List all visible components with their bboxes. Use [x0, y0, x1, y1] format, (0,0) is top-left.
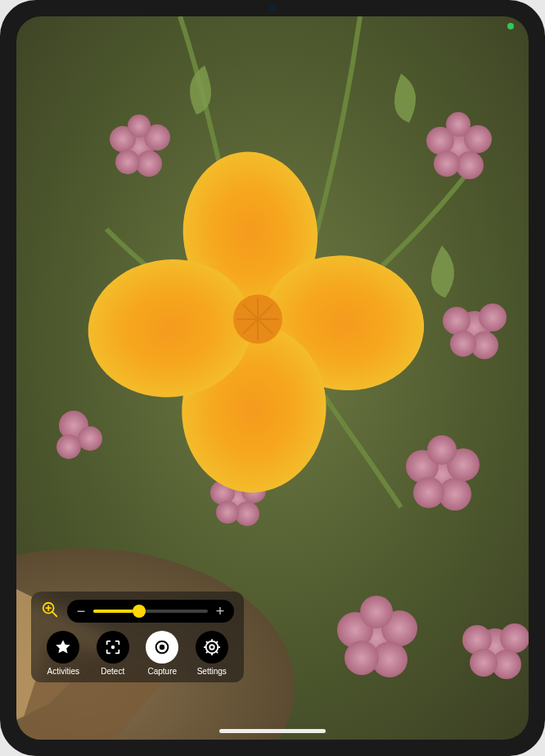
svg-point-61: [111, 646, 115, 649]
svg-point-6: [115, 150, 140, 174]
screen: − + Activities: [16, 16, 529, 740]
svg-point-63: [160, 645, 164, 650]
svg-point-15: [479, 304, 507, 331]
home-indicator[interactable]: [219, 729, 326, 733]
svg-point-40: [216, 501, 239, 524]
svg-point-12: [434, 151, 460, 177]
magnifier-control-panel: − + Activities: [31, 592, 244, 682]
svg-point-43: [56, 434, 81, 459]
svg-point-13: [446, 112, 471, 137]
capture-label: Capture: [147, 667, 177, 676]
capture-button[interactable]: Capture: [140, 631, 185, 676]
svg-point-32: [500, 623, 529, 653]
toolbar: Activities Detect: [41, 631, 234, 676]
detect-button[interactable]: Detect: [91, 631, 136, 676]
magnifier-plus-icon: [41, 601, 59, 622]
ipad-frame: − + Activities: [0, 0, 545, 756]
svg-point-65: [205, 641, 218, 654]
detect-label: Detect: [101, 667, 124, 676]
zoom-in-button[interactable]: +: [214, 604, 226, 619]
detect-frame-icon: [97, 631, 129, 664]
star-icon: [47, 631, 79, 664]
svg-point-29: [345, 641, 379, 675]
zoom-out-button[interactable]: −: [75, 604, 87, 619]
svg-point-35: [470, 649, 498, 677]
svg-point-24: [427, 435, 457, 465]
svg-line-58: [52, 612, 56, 616]
zoom-slider[interactable]: [93, 610, 208, 613]
zoom-slider-handle[interactable]: [133, 605, 146, 618]
svg-point-7: [128, 115, 151, 137]
activities-button[interactable]: Activities: [41, 631, 86, 676]
settings-label: Settings: [197, 667, 227, 676]
svg-point-42: [78, 426, 102, 451]
svg-point-16: [443, 307, 471, 335]
capture-ring-icon: [146, 631, 178, 664]
svg-point-30: [360, 596, 393, 628]
svg-point-64: [209, 645, 214, 650]
camera-in-use-indicator: [507, 23, 514, 29]
svg-point-23: [413, 477, 444, 508]
zoom-row: − +: [41, 600, 234, 623]
gear-icon: [196, 631, 228, 664]
svg-point-11: [456, 151, 484, 179]
svg-point-18: [450, 331, 476, 357]
zoom-slider-track: − +: [67, 600, 234, 623]
settings-button[interactable]: Settings: [190, 631, 235, 676]
front-camera-dot: [269, 5, 276, 11]
activities-label: Activities: [47, 667, 79, 676]
